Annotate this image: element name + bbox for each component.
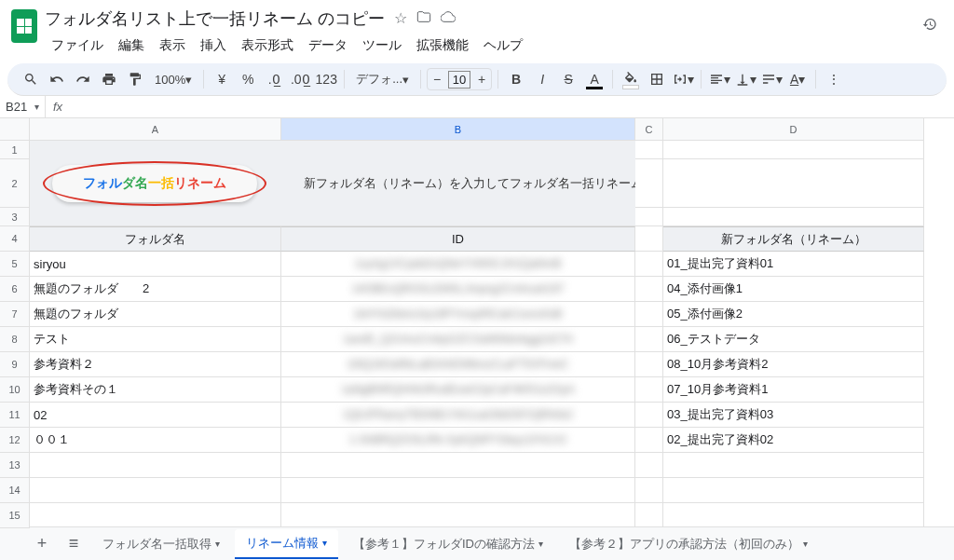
cell[interactable] [635,208,663,226]
cell[interactable]: フォルダ名一括リネーム [30,159,281,208]
cell[interactable] [663,159,924,208]
row-header[interactable]: 12 [0,428,30,453]
cell[interactable] [663,503,924,526]
cell[interactable] [663,478,924,503]
menu-edit[interactable]: 編集 [112,34,151,58]
zoom-select[interactable]: 100% ▾ [149,67,198,91]
italic-button[interactable]: I [530,67,554,91]
cell-newname[interactable]: 08_10月参考資料2 [663,352,924,377]
row-header[interactable]: 3 [0,208,30,226]
fill-color-button[interactable] [619,67,643,91]
row-header[interactable]: 14 [0,478,30,503]
cell-id[interactable]: 1-ShBRQZOSLIRk-SyKQNPYSleyz1FACrO [281,428,635,453]
row-header[interactable]: 13 [0,453,30,478]
cell[interactable]: 新フォルダ名（リネーム）を入力してフォルダ名一括リネームボタンを押してください。 [281,159,635,208]
cell-folder[interactable]: 02 [30,403,281,428]
menu-extensions[interactable]: 拡張機能 [410,34,475,58]
row-header[interactable]: 10 [0,377,30,403]
header-id[interactable]: ID [281,226,635,252]
cell[interactable] [635,327,663,352]
rotation-button[interactable]: A▾ [785,67,810,91]
tab-ref2[interactable]: 【参考２】アプリの承認方法（初回のみ）▾ [558,529,819,559]
menu-insert[interactable]: 挿入 [194,34,233,58]
redo-icon[interactable] [71,67,95,91]
cell[interactable] [635,302,663,327]
merge-button[interactable]: ▾ [671,67,695,91]
row-header[interactable]: 9 [0,352,30,377]
cell-folder[interactable]: 無題のフォルダ [30,302,281,327]
sheets-logo[interactable] [11,9,37,43]
row-header[interactable]: 7 [0,302,30,327]
star-icon[interactable]: ☆ [394,9,407,28]
cell[interactable] [30,478,281,503]
row-header[interactable]: 6 [0,277,30,302]
tab-ref1[interactable]: 【参考１】フォルダIDの確認方法▾ [342,529,554,559]
col-header-a[interactable]: A [30,118,281,141]
name-box[interactable]: B21▾ [0,100,45,114]
cell-id[interactable]: 1xyAg1XCpdd2vQNeYVWSCJH1QaNmB [281,252,635,277]
cell-newname[interactable]: 01_提出完了資料01 [663,252,924,277]
cell-id[interactable]: 14OBExQROGLEMSLJmpng2Cmhca4197 [281,277,635,302]
print-icon[interactable] [97,67,121,91]
cell-id[interactable]: 1QhJFRamyTBSNB1Ykh1uaO8dO67i2jRh0e2 [281,403,635,428]
cell-folder[interactable]: siryou [30,252,281,277]
cell-newname[interactable]: 02_提出完了資料02 [663,428,924,453]
bold-button[interactable]: B [504,67,528,91]
add-sheet-button[interactable]: + [28,530,56,558]
menu-file[interactable]: ファイル [45,34,110,58]
cell[interactable] [281,141,635,159]
cell[interactable] [281,503,635,526]
font-size-input[interactable]: 10 [448,71,470,89]
row-header[interactable]: 11 [0,403,30,428]
cell-newname[interactable]: 06_テストデータ [663,327,924,352]
cell-id[interactable]: 10lQ18OaRbLaB3AhEWlknuCLaFT5VFmeC [281,352,635,377]
menu-tools[interactable]: ツール [356,34,408,58]
cell-id[interactable]: 1and5_Q2UmuCmbyGZCOaW0kbnkgg2cE7H [281,327,635,352]
menu-view[interactable]: 表示 [153,34,192,58]
cell[interactable] [635,453,663,478]
doc-title[interactable]: フォルダ名リスト上で一括リネーム のコピー [45,7,385,30]
cell[interactable] [635,159,663,208]
row-header[interactable]: 8 [0,327,30,352]
cloud-icon[interactable] [441,9,456,28]
cell[interactable] [30,453,281,478]
col-header-c[interactable]: C [635,118,663,141]
font-size-minus[interactable]: − [428,69,446,89]
cell[interactable] [663,141,924,159]
cell-newname[interactable]: 07_10月参考資料1 [663,377,924,403]
cell[interactable] [663,208,924,226]
cell[interactable] [635,277,663,302]
percent-button[interactable]: % [236,67,260,91]
header-folder[interactable]: フォルダ名 [30,226,281,252]
cell-newname[interactable]: 03_提出完了資料03 [663,403,924,428]
tab-rename-info[interactable]: リネーム情報▾ [235,529,338,559]
cell[interactable] [281,208,635,226]
row-header[interactable]: 1 [0,141,30,159]
font-select[interactable]: デフォ... ▾ [350,67,415,91]
select-all[interactable] [0,118,30,141]
cell-id[interactable]: 1aNgBNRQHHk3RudEowO2pCaF4KRJu2OpA [281,377,635,403]
wrap-button[interactable]: ▾ [759,67,784,91]
number-format-button[interactable]: 123 [314,67,338,91]
tab-bulk-get[interactable]: フォルダ名一括取得▾ [91,529,231,559]
cell[interactable] [635,403,663,428]
cell[interactable] [635,141,663,159]
cell[interactable] [30,503,281,526]
cell-folder[interactable]: 参考資料２ [30,352,281,377]
text-color-button[interactable]: A [582,67,606,91]
dec-increase-icon[interactable]: .00̲ [288,67,312,91]
col-header-b[interactable]: B [281,118,635,141]
history-icon[interactable] [917,11,943,37]
dec-decrease-icon[interactable]: .0̲ [262,67,286,91]
move-icon[interactable] [416,9,431,28]
paint-format-icon[interactable] [123,67,147,91]
cell-folder[interactable]: ００１ [30,428,281,453]
cell[interactable] [663,453,924,478]
col-header-d[interactable]: D [663,118,924,141]
row-header[interactable]: 2 [0,159,30,208]
undo-icon[interactable] [45,67,69,91]
currency-button[interactable]: ¥ [210,67,234,91]
row-header[interactable]: 4 [0,226,30,252]
cell-id[interactable]: 1kHYbZkbnLKp18PYmxpRlCakCosncKd8 [281,302,635,327]
cell[interactable] [281,453,635,478]
